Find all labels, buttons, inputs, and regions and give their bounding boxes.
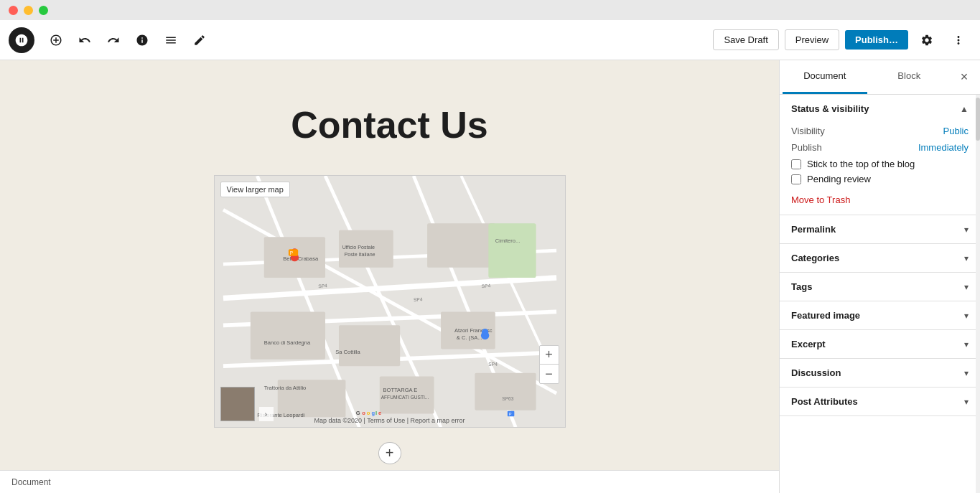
section-excerpt-header[interactable]: Excerpt ▾ <box>780 330 980 358</box>
svg-rect-12 <box>427 223 495 268</box>
traffic-light-yellow[interactable] <box>24 6 33 15</box>
chevron-down-icon: ▾ <box>964 339 969 349</box>
map-container: Bell'e Crabasa Ufficio Postale Poste Ita… <box>214 175 566 428</box>
sidebar: Document Block × Status & visibility ▲ V… <box>779 60 980 493</box>
tab-block[interactable]: Block <box>867 60 952 94</box>
traffic-light-red[interactable] <box>9 6 18 15</box>
map-attribution: Map data ©2020 | Terms of Use | Report a… <box>314 417 465 424</box>
preview-button[interactable]: Preview <box>785 29 839 50</box>
section-status-visibility-title: Status & visibility <box>791 103 869 114</box>
sidebar-tabs: Document Block × <box>780 60 980 95</box>
page-title: Contact Us <box>117 103 663 146</box>
svg-text:SP4: SP4 <box>413 296 422 302</box>
section-permalink: Permalink ▾ <box>780 215 980 244</box>
section-tags-header[interactable]: Tags ▾ <box>780 273 980 301</box>
section-categories-header[interactable]: Categories ▾ <box>780 244 980 272</box>
svg-text:& C. (SA...: & C. (SA... <box>456 334 482 341</box>
chevron-down-icon: ▾ <box>964 282 969 292</box>
section-permalink-header[interactable]: Permalink ▾ <box>780 215 980 243</box>
tab-document[interactable]: Document <box>783 60 867 94</box>
view-larger-map-button[interactable]: View larger map <box>220 182 290 197</box>
close-icon: × <box>961 70 969 85</box>
main-layout: Contact Us <box>0 60 980 493</box>
svg-text:Trattoria da Attilio: Trattoria da Attilio <box>263 385 306 391</box>
svg-text:P: P <box>508 412 511 416</box>
add-block-toolbar-button[interactable] <box>43 27 69 53</box>
zoom-out-button[interactable]: − <box>540 365 559 383</box>
status-bar: Document <box>0 470 779 493</box>
stick-top-label: Stick to the top of the blog <box>807 159 915 169</box>
save-draft-button[interactable]: Save Draft <box>713 29 778 50</box>
chevron-down-icon: ▾ <box>964 397 969 407</box>
svg-text:o: o <box>362 410 365 416</box>
svg-text:g: g <box>371 410 375 416</box>
svg-text:o: o <box>366 410 370 416</box>
sidebar-scrollbar-thumb <box>976 98 980 141</box>
publish-row: Publish Immediately <box>791 142 969 153</box>
svg-text:e: e <box>378 410 381 416</box>
settings-button[interactable] <box>914 27 940 53</box>
svg-text:l: l <box>375 410 377 416</box>
svg-text:BOTTARGA E: BOTTARGA E <box>383 387 417 393</box>
toolbar: Save Draft Preview Publish… <box>0 20 980 60</box>
section-status-visibility-header[interactable]: Status & visibility ▲ <box>780 95 980 123</box>
edit-button[interactable] <box>187 27 213 53</box>
section-featured-image-title: Featured image <box>791 310 860 321</box>
section-discussion-header[interactable]: Discussion ▾ <box>780 359 980 387</box>
pending-review-checkbox[interactable] <box>791 174 801 184</box>
section-post-attributes: Post Attributes ▾ <box>780 388 980 416</box>
section-categories: Categories ▾ <box>780 244 980 273</box>
svg-rect-13 <box>250 311 325 359</box>
svg-text:SP4: SP4 <box>318 283 327 288</box>
section-featured-image: Featured image ▾ <box>780 301 980 330</box>
visibility-row: Visibility Public <box>791 126 969 136</box>
section-status-visibility-body: Visibility Public Publish Immediately St… <box>780 123 980 215</box>
chevron-up-icon: ▲ <box>960 104 969 114</box>
publish-button[interactable]: Publish… <box>845 30 908 50</box>
publish-value[interactable]: Immediately <box>918 142 969 153</box>
title-bar <box>0 0 980 20</box>
traffic-light-green[interactable] <box>39 6 48 15</box>
section-categories-title: Categories <box>791 253 839 263</box>
stick-top-checkbox[interactable] <box>791 159 801 169</box>
visibility-value[interactable]: Public <box>943 126 969 136</box>
stick-top-row: Stick to the top of the blog <box>791 159 969 169</box>
add-icon: + <box>386 445 394 461</box>
add-block-button[interactable]: + <box>378 442 401 464</box>
zoom-in-button[interactable]: + <box>540 346 559 365</box>
map-expand-button[interactable]: › <box>259 407 274 421</box>
section-post-attributes-header[interactable]: Post Attributes ▾ <box>780 388 980 415</box>
status-bar-label: Document <box>11 477 51 487</box>
more-options-button[interactable] <box>946 27 971 53</box>
section-permalink-title: Permalink <box>791 224 836 235</box>
chevron-down-icon: ▾ <box>964 368 969 378</box>
sidebar-content: Status & visibility ▲ Visibility Public … <box>780 95 980 493</box>
info-button[interactable] <box>129 27 155 53</box>
chevron-down-icon: ▾ <box>964 311 969 321</box>
wp-logo[interactable] <box>9 27 34 53</box>
sidebar-scrollbar[interactable] <box>976 95 980 493</box>
section-tags-title: Tags <box>791 281 812 292</box>
section-excerpt-title: Excerpt <box>791 339 826 349</box>
section-featured-image-header[interactable]: Featured image ▾ <box>780 301 980 329</box>
section-status-visibility: Status & visibility ▲ Visibility Public … <box>780 95 980 215</box>
visibility-label: Visibility <box>791 126 825 136</box>
move-to-trash-button[interactable]: Move to Trash <box>791 194 850 205</box>
svg-rect-19 <box>488 223 536 278</box>
pending-review-label: Pending review <box>807 174 871 184</box>
svg-text:Bell'e Crabasa: Bell'e Crabasa <box>283 255 319 262</box>
svg-rect-18 <box>475 373 536 410</box>
svg-point-42 <box>481 329 487 335</box>
svg-text:Sa Cottilla: Sa Cottilla <box>335 349 360 355</box>
svg-text:P: P <box>289 250 293 255</box>
svg-text:SP63: SP63 <box>502 396 513 401</box>
redo-button[interactable] <box>101 27 126 53</box>
section-tags: Tags ▾ <box>780 273 980 301</box>
list-view-button[interactable] <box>158 27 184 53</box>
map-zoom-controls: + − <box>539 345 559 384</box>
undo-button[interactable] <box>72 27 98 53</box>
sidebar-close-button[interactable]: × <box>951 65 977 90</box>
chevron-down-icon: ▾ <box>964 253 969 263</box>
section-excerpt: Excerpt ▾ <box>780 330 980 359</box>
section-discussion: Discussion ▾ <box>780 359 980 388</box>
